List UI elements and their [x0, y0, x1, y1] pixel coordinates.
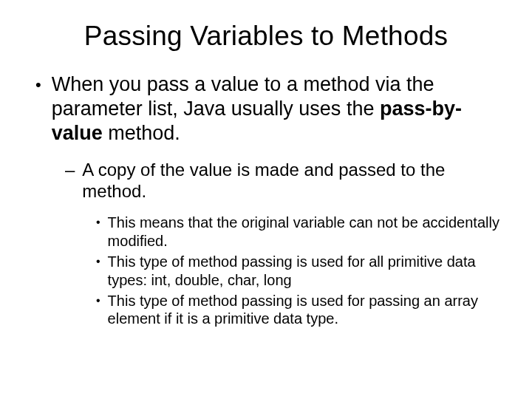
level3-item: • This type of method passing is used fo…: [96, 253, 502, 289]
level2-item: – A copy of the value is made and passed…: [65, 159, 502, 202]
level1-item: • When you pass a value to a method via …: [35, 72, 502, 146]
level3-text: This type of method passing is used for …: [108, 253, 502, 289]
bullet-disc-icon: •: [96, 214, 100, 231]
level1-pre: When you pass a value to a method via th…: [52, 73, 434, 120]
level3-text: This type of method passing is used for …: [108, 292, 502, 328]
bullet-disc-icon: •: [35, 72, 41, 97]
level3-item: • This type of method passing is used fo…: [96, 292, 502, 328]
level1-text: When you pass a value to a method via th…: [52, 72, 502, 146]
level3-text: This means that the original variable ca…: [108, 214, 502, 250]
level1-list: • When you pass a value to a method via …: [35, 72, 502, 146]
bullet-dash-icon: –: [65, 159, 75, 180]
level3-list: • This means that the original variable …: [96, 214, 502, 327]
bullet-disc-icon: •: [96, 253, 100, 270]
level2-text: A copy of the value is made and passed t…: [82, 159, 502, 202]
level3-item: • This means that the original variable …: [96, 214, 502, 250]
bullet-disc-icon: •: [96, 292, 100, 310]
level1-post: method.: [103, 122, 180, 144]
level2-list: – A copy of the value is made and passed…: [65, 159, 502, 202]
slide-title: Passing Variables to Methods: [30, 21, 502, 52]
